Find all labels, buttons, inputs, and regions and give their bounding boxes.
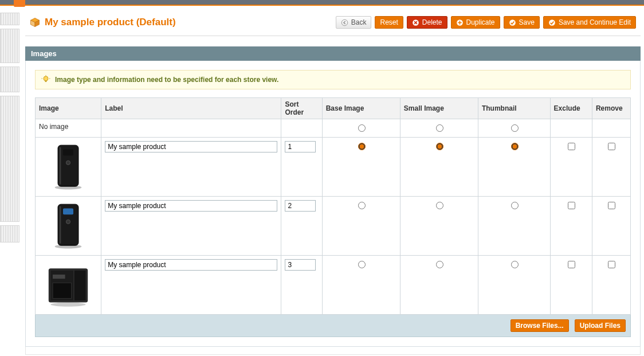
col-image: Image [36,98,101,119]
exclude-checkbox[interactable] [568,261,575,268]
col-thumbnail: Thumbnail [478,98,550,119]
small-image-radio[interactable] [436,143,443,150]
upload-files-button[interactable]: Upload Files [575,319,626,332]
svg-point-23 [55,244,82,248]
images-table: Image Label Sort Order Base Image Small … [35,97,631,315]
section-body: Image type and information need to be sp… [25,61,641,347]
save-continue-label: Save and Continue Edit [559,18,631,26]
upload-footer: Browse Files... Upload Files [35,315,631,337]
section-title: Images [31,49,57,58]
base-image-radio[interactable] [358,124,366,132]
label-input[interactable] [105,259,277,271]
svg-rect-27 [74,271,86,300]
browse-files-label: Browse Files... [516,322,564,330]
page-title: My sample product (Default) [45,17,176,28]
save-continue-icon [548,19,556,26]
product-thumbnail[interactable] [42,141,94,193]
reset-label: Reset [380,18,398,26]
sort-order-input[interactable] [285,200,316,212]
svg-point-17 [55,185,82,189]
svg-rect-24 [60,206,61,244]
left-rail [0,13,19,355]
table-row [36,138,631,197]
base-image-radio[interactable] [358,202,366,209]
thumbnail-radio[interactable] [511,202,519,209]
svg-rect-28 [53,275,65,279]
notice-text: Image type and information need to be sp… [55,76,278,84]
svg-rect-21 [63,208,73,214]
exclude-checkbox[interactable] [568,143,575,150]
col-base-image: Base Image [322,98,400,119]
save-icon [509,19,516,26]
delete-button[interactable]: Delete [407,16,447,29]
col-exclude: Exclude [550,98,592,119]
duplicate-label: Duplicate [466,18,495,26]
delete-label: Delete [422,18,442,26]
table-row [36,197,631,256]
col-remove: Remove [592,98,630,119]
save-continue-button[interactable]: Save and Continue Edit [543,16,636,29]
label-input[interactable] [105,141,277,152]
svg-rect-9 [45,80,47,82]
remove-checkbox[interactable] [608,202,615,209]
small-image-radio[interactable] [436,261,443,268]
svg-rect-18 [60,147,61,185]
delete-icon [412,19,419,26]
base-image-radio[interactable] [358,143,366,150]
product-thumbnail[interactable] [42,259,94,311]
col-label: Label [101,98,281,119]
svg-point-8 [44,76,48,81]
back-button[interactable]: Back [336,16,372,29]
browse-files-button[interactable]: Browse Files... [511,319,569,332]
save-label: Save [519,18,535,26]
product-icon [30,17,40,28]
table-row [36,256,631,315]
sort-order-input[interactable] [285,259,316,271]
hint-icon [41,75,50,84]
svg-rect-29 [53,283,71,298]
back-icon [341,19,348,26]
col-sort-order: Sort Order [281,98,322,119]
back-label: Back [351,18,367,26]
no-image-cell: No image [36,119,101,138]
remove-checkbox[interactable] [608,143,615,150]
reset-button[interactable]: Reset [375,16,403,29]
svg-point-7 [549,19,555,26]
notice-bar: Image type and information need to be sp… [35,70,631,89]
exclude-checkbox[interactable] [568,202,575,209]
duplicate-button[interactable]: Duplicate [451,16,500,29]
upload-files-label: Upload Files [580,322,621,330]
page-header: My sample product (Default) Back Reset D… [25,13,641,36]
svg-point-6 [509,19,516,26]
section-header: Images [25,46,641,61]
svg-point-16 [66,161,70,165]
label-input[interactable] [105,200,277,212]
thumbnail-radio[interactable] [511,261,519,268]
product-thumbnail[interactable] [42,200,94,252]
small-image-radio[interactable] [436,124,443,132]
duplicate-icon [456,19,464,26]
svg-point-22 [66,220,70,224]
sort-order-input[interactable] [285,141,316,152]
thumbnail-radio[interactable] [511,124,519,132]
thumbnail-radio[interactable] [511,143,519,150]
remove-checkbox[interactable] [608,261,615,268]
svg-rect-15 [63,149,73,155]
col-small-image: Small Image [400,98,478,119]
svg-point-30 [50,303,85,307]
table-row: No image [36,119,631,138]
svg-point-3 [341,19,348,26]
base-image-radio[interactable] [358,261,366,268]
action-buttons: Back Reset Delete Duplicate Save Save an… [336,16,636,29]
small-image-radio[interactable] [436,202,443,209]
save-button[interactable]: Save [504,16,540,29]
